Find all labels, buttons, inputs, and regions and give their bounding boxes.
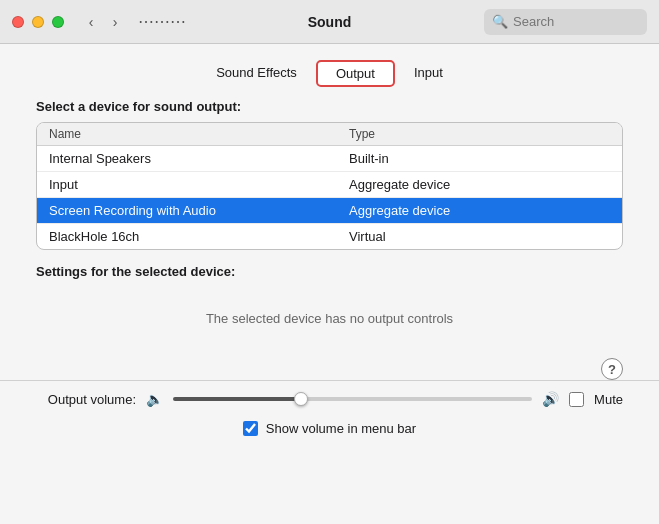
title-bar: ‹ › ⋯⋯⋯ Sound 🔍	[0, 0, 659, 44]
settings-section: Settings for the selected device: The se…	[36, 264, 623, 354]
nav-buttons: ‹ ›	[80, 12, 126, 32]
col-name-header: Name	[49, 127, 349, 141]
main-content: Sound Effects Output Input Select a devi…	[0, 44, 659, 524]
volume-low-icon: 🔈	[146, 391, 163, 407]
device-name: Internal Speakers	[49, 151, 349, 166]
forward-button[interactable]: ›	[104, 12, 126, 32]
col-type-header: Type	[349, 127, 610, 141]
close-button[interactable]	[12, 16, 24, 28]
device-type: Virtual	[349, 229, 610, 244]
tabs-row: Sound Effects Output Input	[0, 44, 659, 99]
help-button[interactable]: ?	[601, 358, 623, 380]
search-icon: 🔍	[492, 14, 508, 29]
device-type: Aggregate device	[349, 203, 610, 218]
traffic-lights	[12, 16, 64, 28]
tab-input[interactable]: Input	[395, 60, 462, 87]
menubar-row: Show volume in menu bar	[0, 417, 659, 440]
device-name: Input	[49, 177, 349, 192]
no-controls-message: The selected device has no output contro…	[36, 283, 623, 354]
settings-label: Settings for the selected device:	[36, 264, 623, 279]
volume-slider[interactable]	[173, 397, 532, 401]
maximize-button[interactable]	[52, 16, 64, 28]
mute-label: Mute	[594, 392, 623, 407]
device-table: Name Type Internal Speakers Built-in Inp…	[36, 122, 623, 250]
minimize-button[interactable]	[32, 16, 44, 28]
back-button[interactable]: ‹	[80, 12, 102, 32]
search-bar[interactable]: 🔍	[484, 9, 647, 35]
tab-sound-effects[interactable]: Sound Effects	[197, 60, 316, 87]
help-row: ?	[0, 358, 659, 380]
volume-row: Output volume: 🔈 🔊 Mute	[0, 381, 659, 417]
volume-label: Output volume:	[36, 392, 136, 407]
section-title: Select a device for sound output:	[0, 99, 659, 122]
device-type: Built-in	[349, 151, 610, 166]
table-row-selected[interactable]: Screen Recording with Audio Aggregate de…	[37, 198, 622, 224]
device-name: Screen Recording with Audio	[49, 203, 349, 218]
device-type: Aggregate device	[349, 177, 610, 192]
table-row[interactable]: Internal Speakers Built-in	[37, 146, 622, 172]
table-row[interactable]: BlackHole 16ch Virtual	[37, 224, 622, 249]
grid-icon: ⋯⋯⋯	[138, 12, 186, 31]
volume-high-icon: 🔊	[542, 391, 559, 407]
show-volume-label: Show volume in menu bar	[266, 421, 416, 436]
table-header: Name Type	[37, 123, 622, 146]
tab-output[interactable]: Output	[316, 60, 395, 87]
window-title: Sound	[308, 14, 352, 30]
device-name: BlackHole 16ch	[49, 229, 349, 244]
table-row[interactable]: Input Aggregate device	[37, 172, 622, 198]
show-volume-checkbox[interactable]	[243, 421, 258, 436]
search-input[interactable]	[513, 14, 639, 29]
mute-checkbox[interactable]	[569, 392, 584, 407]
